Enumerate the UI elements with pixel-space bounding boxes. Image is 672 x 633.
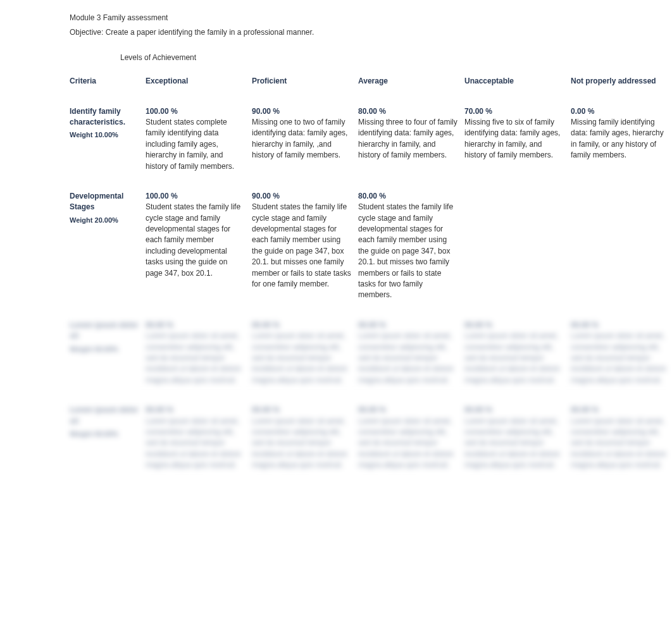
criteria-name: Identify family characteristics.	[70, 106, 139, 128]
level-cell: 80.00 %Missing three to four of family i…	[358, 95, 464, 180]
level-cell: 00.00 %Lorem ipsum dolor sit amet, conse…	[571, 309, 672, 393]
cell-description: Missing one to two of family identifying…	[252, 117, 352, 161]
cell-percent: 00.00 %	[146, 405, 173, 414]
cell-description: Student states the family life cycle sta…	[358, 202, 458, 301]
col-not-addressed: Not properly addressed	[571, 70, 672, 94]
cell-description: Lorem ipsum dolor sit amet, consectetur …	[358, 416, 458, 471]
level-cell: 90.00 %Student states the family life cy…	[252, 180, 358, 309]
table-row: Developmental StagesWeight 20.00%100.00 …	[70, 180, 672, 309]
cell-percent: 00.00 %	[358, 405, 386, 414]
col-proficient: Proficient	[252, 70, 358, 94]
cell-description: Missing three to four of family identify…	[358, 117, 458, 161]
level-cell: 00.00 %Lorem ipsum dolor sit amet, conse…	[358, 309, 464, 393]
criteria-name: Developmental Stages	[70, 191, 139, 213]
cell-percent: 0.00 %	[571, 107, 594, 116]
table-row: Lorem ipsum dolor sitWeight 00.00%00.00 …	[70, 309, 672, 393]
level-cell: 00.00 %Lorem ipsum dolor sit amet, conse…	[358, 393, 464, 478]
cell-description: Lorem ipsum dolor sit amet, consectetur …	[571, 416, 671, 471]
cell-description: Lorem ipsum dolor sit amet, consectetur …	[358, 331, 458, 386]
level-cell	[464, 180, 571, 309]
cell-percent: 00.00 %	[571, 321, 599, 329]
page: Module 3 Family assessment Objective: Cr…	[0, 0, 672, 633]
cell-description: Lorem ipsum dolor sit amet, consectetur …	[464, 416, 564, 471]
cell-description: Student states complete family identifyi…	[146, 117, 246, 172]
criteria-name: Lorem ipsum dolor sit	[70, 405, 139, 427]
level-cell: 00.00 %Lorem ipsum dolor sit amet, conse…	[252, 393, 358, 478]
cell-percent: 00.00 %	[358, 321, 386, 329]
cell-percent: 100.00 %	[146, 107, 178, 116]
cell-percent: 00.00 %	[252, 321, 280, 329]
criteria-cell: Lorem ipsum dolor sitWeight 00.00%	[70, 309, 146, 393]
level-cell: 100.00 %Student states complete family i…	[146, 95, 252, 180]
criteria-name: Lorem ipsum dolor sit	[70, 320, 139, 342]
table-row: Lorem ipsum dolor sitWeight 00.00%00.00 …	[70, 393, 672, 478]
level-cell: 80.00 %Student states the family life cy…	[358, 180, 464, 309]
criteria-weight: Weight 00.00%	[70, 345, 139, 355]
col-unacceptable: Unacceptable	[464, 70, 571, 94]
criteria-weight: Weight 00.00%	[70, 429, 139, 439]
criteria-cell: Lorem ipsum dolor sitWeight 00.00%	[70, 393, 146, 478]
criteria-weight: Weight 10.00%	[70, 130, 139, 140]
cell-description: Lorem ipsum dolor sit amet, consectetur …	[571, 331, 671, 386]
level-cell: 90.00 %Missing one to two of family iden…	[252, 95, 358, 180]
level-cell: 100.00 %Student states the family life c…	[146, 180, 252, 309]
level-cell: 00.00 %Lorem ipsum dolor sit amet, conse…	[146, 393, 252, 478]
cell-percent: 80.00 %	[358, 192, 386, 200]
cell-percent: 00.00 %	[252, 405, 280, 414]
cell-description: Lorem ipsum dolor sit amet, consectetur …	[252, 416, 352, 471]
cell-percent: 100.00 %	[146, 192, 178, 200]
module-objective: Objective: Create a paper identifying th…	[70, 27, 653, 38]
cell-percent: 00.00 %	[464, 405, 492, 414]
level-cell: 70.00 %Missing five to six of family ide…	[464, 95, 571, 180]
header-row: Criteria Exceptional Proficient Average …	[70, 70, 672, 94]
level-cell: 00.00 %Lorem ipsum dolor sit amet, conse…	[252, 309, 358, 393]
level-cell: 00.00 %Lorem ipsum dolor sit amet, conse…	[571, 393, 672, 478]
cell-description: Lorem ipsum dolor sit amet, consectetur …	[252, 331, 352, 386]
cell-percent: 70.00 %	[464, 107, 492, 116]
level-cell: 0.00 %Missing family identifying data: f…	[571, 95, 672, 180]
cell-description: Student states the family life cycle sta…	[146, 202, 246, 279]
levels-of-achievement-label: Levels of Achievement	[120, 52, 653, 63]
cell-description: Missing five to six of family identifyin…	[464, 117, 564, 161]
criteria-cell: Developmental StagesWeight 20.00%	[70, 180, 146, 309]
table-row: Identify family characteristics.Weight 1…	[70, 95, 672, 180]
cell-percent: 00.00 %	[571, 405, 599, 414]
level-cell	[571, 180, 672, 309]
criteria-weight: Weight 20.00%	[70, 216, 139, 226]
cell-description: Missing family identifying data: family …	[571, 117, 671, 161]
col-average: Average	[358, 70, 464, 94]
level-cell: 00.00 %Lorem ipsum dolor sit amet, conse…	[146, 309, 252, 393]
col-criteria: Criteria	[70, 70, 146, 94]
cell-description: Lorem ipsum dolor sit amet, consectetur …	[146, 331, 246, 386]
rubric-table: Criteria Exceptional Proficient Average …	[70, 70, 672, 478]
cell-percent: 80.00 %	[358, 107, 386, 116]
col-exceptional: Exceptional	[146, 70, 252, 94]
cell-description: Student states the family life cycle sta…	[252, 202, 352, 290]
cell-description: Lorem ipsum dolor sit amet, consectetur …	[146, 416, 246, 471]
level-cell: 00.00 %Lorem ipsum dolor sit amet, conse…	[464, 393, 571, 478]
cell-percent: 00.00 %	[146, 321, 173, 329]
level-cell: 00.00 %Lorem ipsum dolor sit amet, conse…	[464, 309, 571, 393]
cell-percent: 90.00 %	[252, 192, 280, 200]
cell-percent: 90.00 %	[252, 107, 280, 116]
cell-description: Lorem ipsum dolor sit amet, consectetur …	[464, 331, 564, 386]
module-title: Module 3 Family assessment	[70, 13, 653, 23]
criteria-cell: Identify family characteristics.Weight 1…	[70, 95, 146, 180]
cell-percent: 00.00 %	[464, 321, 492, 329]
